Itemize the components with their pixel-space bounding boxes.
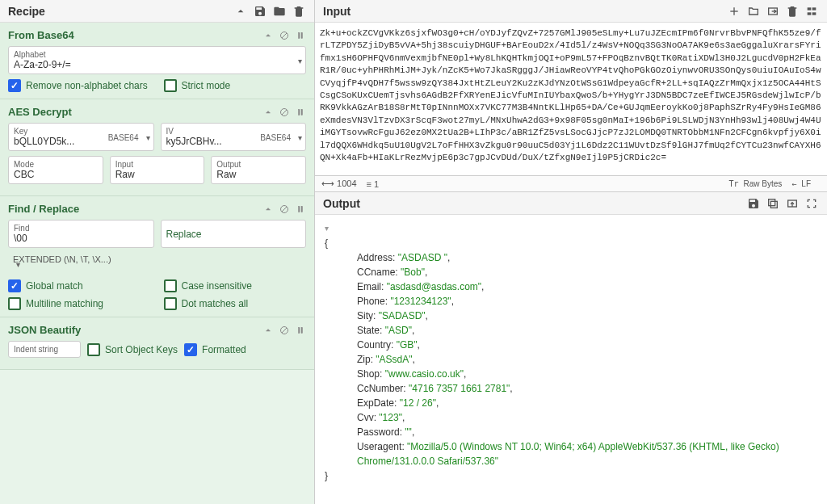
output-content[interactable]: ▾ {Address: "ASDASD ",CCname: "Bob",Emai… bbox=[315, 215, 827, 504]
formatted-label: Formatted bbox=[202, 344, 246, 355]
find-value: \00 bbox=[14, 233, 149, 244]
svg-rect-21 bbox=[770, 201, 777, 208]
svg-rect-10 bbox=[299, 206, 300, 212]
op-head-aes: AES Decrypt bbox=[8, 106, 306, 118]
fullscreen-icon[interactable] bbox=[804, 196, 819, 211]
copy-icon[interactable] bbox=[766, 196, 780, 211]
chevron-up-icon[interactable] bbox=[262, 30, 274, 41]
aes-output-label: Output bbox=[216, 160, 300, 169]
chevron-down-icon[interactable]: ▾ bbox=[298, 132, 302, 141]
case-insensitive-label: Case insensitive bbox=[182, 280, 252, 292]
pause-icon[interactable] bbox=[295, 325, 306, 336]
aes-iv-field[interactable]: IV ky5JrCBHv... BASE64 ▾ bbox=[161, 123, 307, 151]
length-value: 1004 bbox=[337, 178, 356, 188]
length-icon: ⟷ bbox=[321, 178, 334, 188]
svg-rect-6 bbox=[299, 109, 300, 115]
chevron-up-icon[interactable] bbox=[262, 107, 274, 118]
recipe-header: Recipe bbox=[0, 0, 314, 23]
trash-icon[interactable] bbox=[292, 4, 306, 19]
sort-keys-check[interactable]: Sort Object Keys bbox=[87, 343, 178, 356]
case-insensitive-check[interactable]: Case insensitive bbox=[164, 279, 307, 292]
save-icon[interactable] bbox=[253, 4, 267, 19]
chevron-up-icon[interactable] bbox=[262, 325, 274, 336]
op-title-find: Find / Replace bbox=[8, 203, 258, 215]
aes-mode-field[interactable]: Mode CBC bbox=[8, 156, 103, 184]
grid-icon[interactable] bbox=[804, 4, 819, 19]
trash-icon[interactable] bbox=[785, 4, 800, 19]
length-stat: ⟷ 1004 bbox=[321, 178, 357, 189]
save-output-icon[interactable] bbox=[746, 196, 761, 211]
checkbox-checked-icon bbox=[184, 343, 197, 356]
recipe-content: From Base64 Alphabet A-Za-z0-9+/= ▾ Remo… bbox=[0, 23, 314, 504]
chevron-up-icon[interactable] bbox=[262, 204, 274, 215]
aes-key-type: BASE64 bbox=[108, 132, 139, 141]
op-find-replace: Find / Replace Find \00 Replace EXTENDED… bbox=[0, 196, 314, 317]
open-folder-icon[interactable] bbox=[746, 4, 761, 19]
multiline-label: Multiline matching bbox=[26, 298, 103, 309]
pause-icon[interactable] bbox=[295, 30, 306, 41]
lines-icon: ≡ bbox=[367, 179, 372, 189]
dot-all-check[interactable]: Dot matches all bbox=[164, 297, 307, 310]
find-field[interactable]: Find \00 bbox=[8, 220, 154, 248]
pause-icon[interactable] bbox=[295, 107, 306, 118]
disable-icon[interactable] bbox=[279, 30, 290, 41]
op-from-base64: From Base64 Alphabet A-Za-z0-9+/= ▾ Remo… bbox=[0, 23, 314, 99]
replace-field[interactable]: Replace bbox=[161, 220, 307, 248]
checkbox-checked-icon bbox=[8, 279, 21, 292]
input-textarea[interactable]: Zk+u+ockZCVgVKkz6sjxfWO3g0+cH/oYDJyfZQvZ… bbox=[315, 23, 827, 176]
eol-indicator[interactable]: ← LF bbox=[791, 179, 811, 188]
pause-icon[interactable] bbox=[295, 204, 306, 215]
lines-stat: ≡ 1 bbox=[367, 179, 380, 189]
strict-mode-label: Strict mode bbox=[182, 80, 231, 91]
right-panel: Input Zk+u+ockZCVgVKkz6sjxfWO3g0+cH/oYDJ… bbox=[315, 0, 827, 504]
remove-nonalpha-check[interactable]: Remove non-alphabet chars bbox=[8, 79, 151, 92]
recipe-panel: Recipe From Base64 Alphabet A-Za-z0-9+/=… bbox=[0, 0, 315, 504]
multiline-check[interactable]: Multiline matching bbox=[8, 297, 151, 310]
checkbox-unchecked-icon bbox=[8, 297, 21, 310]
char-enc-indicator[interactable]: Tr Raw Bytes bbox=[728, 179, 782, 188]
chevron-up-icon[interactable] bbox=[233, 4, 248, 19]
aes-mode-value: CBC bbox=[14, 169, 98, 180]
strict-mode-check[interactable]: Strict mode bbox=[164, 79, 307, 92]
alphabet-label: Alphabet bbox=[14, 50, 300, 59]
op-title-aes: AES Decrypt bbox=[8, 106, 258, 118]
disable-icon[interactable] bbox=[279, 204, 290, 215]
svg-rect-7 bbox=[301, 109, 303, 115]
aes-input-field[interactable]: Input Raw bbox=[110, 156, 205, 184]
disable-icon[interactable] bbox=[279, 325, 290, 336]
aes-output-field[interactable]: Output Raw bbox=[211, 156, 306, 184]
collapse-toggle-icon[interactable]: ▾ bbox=[325, 222, 329, 234]
svg-rect-15 bbox=[301, 327, 303, 333]
alphabet-value: A-Za-z0-9+/= bbox=[14, 59, 300, 70]
add-icon[interactable] bbox=[727, 4, 741, 19]
input-box-icon[interactable] bbox=[766, 4, 780, 19]
alphabet-field[interactable]: Alphabet A-Za-z0-9+/= ▾ bbox=[8, 46, 306, 74]
chevron-down-icon[interactable]: ▾ bbox=[146, 132, 150, 141]
checkbox-unchecked-icon bbox=[164, 79, 177, 92]
move-to-input-icon[interactable] bbox=[785, 196, 800, 211]
disable-icon[interactable] bbox=[279, 107, 290, 118]
aes-input-value: Raw bbox=[115, 169, 199, 180]
aes-iv-type: BASE64 bbox=[260, 132, 291, 141]
indent-string-field[interactable]: Indent string bbox=[8, 341, 81, 358]
json-output: {Address: "ASDASD ",CCname: "Bob",Email:… bbox=[325, 236, 817, 483]
aes-key-field[interactable]: Key bQLL0YD5k... BASE64 ▾ bbox=[8, 123, 154, 151]
svg-rect-3 bbox=[301, 32, 303, 38]
chevron-down-icon[interactable]: ▾ bbox=[16, 260, 301, 269]
lines-value: 1 bbox=[374, 179, 379, 189]
op-head-find: Find / Replace bbox=[8, 203, 306, 215]
op-title-json: JSON Beautify bbox=[8, 324, 258, 336]
find-type-select[interactable]: EXTENDED (\N, \T, \X...) ▾ bbox=[8, 253, 306, 275]
op-json-beautify: JSON Beautify Indent string Sort Object … bbox=[0, 317, 314, 370]
input-header: Input bbox=[315, 0, 827, 23]
global-match-label: Global match bbox=[26, 280, 83, 292]
folder-icon[interactable] bbox=[272, 4, 287, 19]
chevron-down-icon[interactable]: ▾ bbox=[298, 56, 302, 65]
output-header: Output bbox=[315, 192, 827, 215]
global-match-check[interactable]: Global match bbox=[8, 279, 151, 292]
formatted-check[interactable]: Formatted bbox=[184, 343, 246, 356]
remove-nonalpha-label: Remove non-alphabet chars bbox=[26, 80, 148, 91]
svg-rect-22 bbox=[769, 199, 775, 205]
svg-line-1 bbox=[282, 33, 287, 38]
aes-input-label: Input bbox=[115, 160, 199, 169]
